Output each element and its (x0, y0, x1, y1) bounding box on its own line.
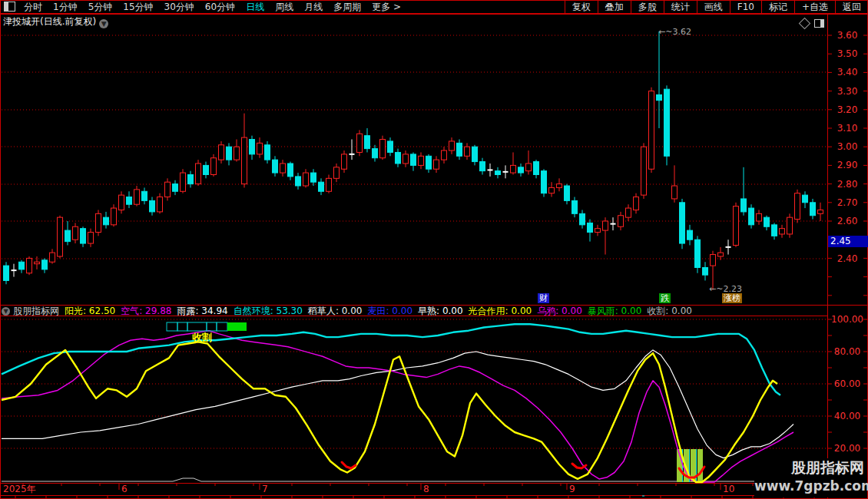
price-tick-label: 3.60 (830, 31, 865, 41)
indicator-tick-label: 80.00 (830, 347, 865, 357)
title-bar: 津投城开(日线.前复权)▼ (0, 15, 827, 28)
time-axis-label: 9 (569, 484, 575, 494)
signal-label-跌: 跌 (659, 293, 671, 303)
period-tab-月线[interactable]: 月线 (299, 0, 328, 14)
indicator-field: 收割: 0.00 (647, 306, 692, 316)
period-tab-30分钟[interactable]: 30分钟 (159, 0, 200, 14)
indicator-field: 乌鸦: 0.00 (537, 306, 582, 316)
period-tab-60分钟[interactable]: 60分钟 (200, 0, 240, 14)
period-tab-1分钟[interactable]: 1分钟 (48, 0, 83, 14)
chart-canvas (0, 0, 868, 499)
stock-title: 津投城开(日线.前复权) (3, 15, 96, 28)
tool-button-F10[interactable]: F10 (730, 0, 761, 14)
indicator-field: 麦田: 0.00 (367, 306, 412, 316)
price-tick-label: 3.20 (830, 105, 865, 115)
watermark-url: www.7gpzb.com (754, 477, 864, 495)
price-tick-label: 2.90 (830, 160, 865, 170)
price-annotation: ←~2.23 (709, 285, 742, 294)
tools-toolbar: 复权叠加多股统计画线F10标记+自选返回 (565, 0, 868, 14)
price-annotation: ←~3.62 (658, 28, 691, 37)
tool-button-多股[interactable]: 多股 (631, 0, 664, 14)
window-layout-icon[interactable] (4, 2, 15, 12)
time-axis-label: 6 (121, 484, 128, 494)
price-tick-label: 3.40 (830, 68, 865, 78)
indicator-tick-label: 40.00 (830, 411, 865, 421)
indicator-field: 早熟: 0.00 (418, 306, 463, 316)
price-tick-label: 3.50 (830, 49, 865, 59)
indicator-field: 空气: 29.88 (121, 306, 171, 316)
period-tab-日线[interactable]: 日线 (240, 0, 270, 14)
tool-button-标记[interactable]: 标记 (761, 0, 794, 14)
time-axis-label: 8 (423, 484, 429, 494)
price-tick-label: 3.30 (830, 87, 865, 97)
tool-button-返回[interactable]: 返回 (835, 0, 868, 14)
period-toolbar: 分时1分钟5分钟15分钟30分钟60分钟日线周线月线多周期更多 > (0, 0, 406, 14)
indicator-field: 雨露: 34.94 (177, 306, 227, 316)
tool-button-复权[interactable]: 复权 (565, 0, 598, 14)
period-tab-多周期[interactable]: 多周期 (328, 0, 366, 14)
watermark-brand: 股朋指标网 (754, 458, 864, 477)
trading-app-window: 分时1分钟5分钟15分钟30分钟60分钟日线周线月线多周期更多 > 复权叠加多股… (0, 0, 868, 499)
period-tab-周线[interactable]: 周线 (270, 0, 299, 14)
tool-button-画线[interactable]: 画线 (697, 0, 730, 14)
price-tick-label: 3.10 (830, 124, 865, 134)
indicator-field: 稻草人: 0.00 (308, 306, 363, 316)
price-tick-label: 3.00 (830, 142, 865, 152)
price-tick-label: 2.40 (830, 254, 865, 264)
period-tab-更多 >[interactable]: 更多 > (366, 0, 406, 14)
harvest-signal-label: 收割 (192, 331, 212, 345)
period-tab-分时[interactable]: 分时 (18, 0, 48, 14)
indicator-field: 自然环境: 53.30 (234, 306, 303, 316)
indicator-field: 光合作用: 0.00 (469, 306, 532, 316)
period-tab-5分钟[interactable]: 5分钟 (83, 0, 118, 14)
indicator-tick-label: 100.00 (830, 315, 865, 325)
tool-button-+自选[interactable]: +自选 (794, 0, 835, 14)
indicator-field: 股朋指标网 (13, 306, 59, 316)
indicator-field: 暴风雨: 0.00 (588, 306, 642, 316)
tool-button-统计[interactable]: 统计 (664, 0, 697, 14)
period-tab-15分钟[interactable]: 15分钟 (118, 0, 158, 14)
time-axis-label: 2025年 (3, 484, 36, 494)
indicator-field: 阳光: 62.50 (65, 306, 115, 316)
current-price-badge: 2.45 (828, 236, 868, 247)
signal-label-涨榜: 涨榜 (722, 293, 742, 303)
indicator-chevron-down-icon[interactable]: ▼ (2, 307, 10, 316)
watermark: 股朋指标网 www.7gpzb.com (754, 458, 867, 497)
indicator-header: ▼ 股朋指标网阳光: 62.50空气: 29.88雨露: 34.94自然环境: … (0, 306, 825, 316)
price-tick-label: 2.80 (830, 180, 865, 190)
price-tick-label: 2.70 (830, 198, 865, 208)
split-pane-icon[interactable] (814, 19, 824, 28)
time-axis-label: 7 (262, 484, 268, 494)
time-axis-label: 10 (723, 484, 734, 494)
title-chevron-down-icon[interactable]: ▼ (99, 19, 108, 28)
indicator-tick-label: 60.00 (830, 379, 865, 389)
signal-label-财: 财 (538, 293, 549, 303)
tool-button-叠加[interactable]: 叠加 (598, 0, 631, 14)
top-toolbar: 分时1分钟5分钟15分钟30分钟60分钟日线周线月线多周期更多 > 复权叠加多股… (0, 0, 868, 14)
price-tick-label: 2.60 (830, 216, 865, 226)
indicator-tick-label: 20.00 (830, 444, 865, 454)
